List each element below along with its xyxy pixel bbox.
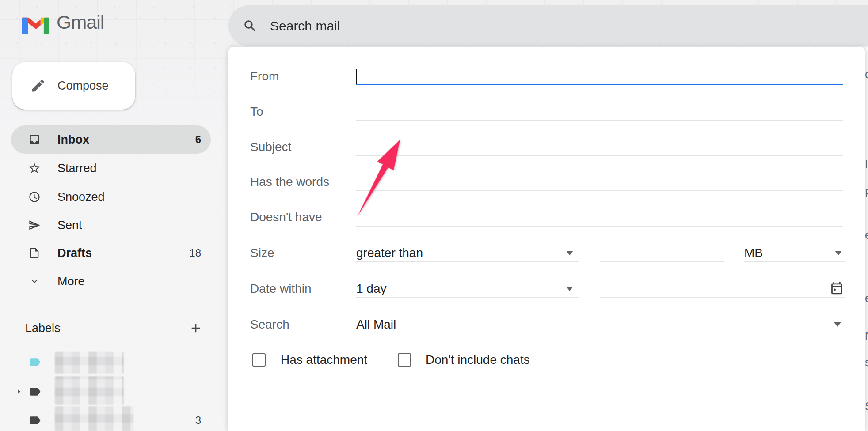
sidebar-item-more[interactable]: More [11, 267, 211, 295]
gmail-logo-icon[interactable] [22, 13, 49, 34]
advanced-search-panel: From To Subject Has the words Doesn't ha… [228, 47, 865, 431]
create-label-button[interactable] [188, 321, 204, 336]
dropdown-arrow-icon [835, 251, 842, 255]
compose-label: Compose [57, 79, 109, 93]
calendar-icon[interactable] [830, 281, 844, 297]
sidebar-item-sent[interactable]: Sent [11, 211, 211, 239]
date-range-value: 1 day [356, 282, 387, 296]
underlying-page-edge: c I F e e N s S [865, 47, 868, 431]
from-input[interactable] [358, 68, 842, 84]
size-amount-underline [600, 261, 724, 262]
size-unit-underline [744, 261, 845, 262]
label-count-badge: 3 [195, 414, 201, 427]
redacted-label-name [55, 406, 133, 431]
from-label: From [250, 69, 279, 83]
sidebar-item-drafts[interactable]: Drafts 18 [11, 239, 211, 267]
doesnt-have-label: Doesn't have [250, 210, 322, 224]
sidebar-item-snoozed[interactable]: Snoozed [11, 183, 211, 211]
star-icon [28, 162, 41, 174]
compose-button[interactable]: Compose [12, 62, 135, 110]
clipped-text-fragment: I [865, 158, 868, 171]
date-range-underline [356, 297, 579, 298]
plus-icon [189, 330, 203, 336]
size-label: Size [250, 246, 274, 260]
sidebar-item-label: Starred [57, 162, 201, 175]
drafts-count-badge: 18 [189, 247, 201, 259]
chevron-down-icon [28, 275, 41, 287]
from-underline-focused [356, 84, 843, 85]
unread-count-badge: 6 [195, 133, 201, 146]
label-tag-icon [28, 414, 42, 427]
clipped-text-fragment: N [865, 329, 868, 342]
doesnt-have-input[interactable] [358, 209, 842, 225]
draft-icon [28, 247, 41, 259]
label-tag-icon [28, 385, 42, 398]
subject-input[interactable] [358, 139, 842, 155]
dropdown-arrow-icon [566, 251, 573, 255]
to-underline [356, 120, 843, 121]
size-operator-value: greater than [356, 246, 423, 260]
dropdown-arrow-icon [834, 322, 841, 327]
inbox-icon [28, 133, 41, 146]
sidebar-item-label: Sent [57, 219, 201, 232]
send-icon [28, 219, 41, 231]
has-words-underline [356, 190, 843, 191]
subject-label: Subject [250, 140, 291, 154]
date-input[interactable] [602, 280, 823, 296]
has-attachment-checkbox[interactable] [252, 353, 266, 367]
label-tag-icon [28, 355, 42, 369]
to-input[interactable] [358, 103, 842, 119]
clipped-text-fragment: S [865, 400, 868, 413]
clipped-text-fragment: F [865, 187, 868, 200]
gmail-advanced-search-screen: Gmail Compose Inbox 6 Starred Snoozed [0, 0, 868, 431]
clipped-text-fragment: c [865, 68, 868, 81]
clock-icon [28, 191, 41, 203]
subject-underline [356, 155, 843, 156]
has-words-label: Has the words [250, 175, 329, 189]
expand-arrow-icon[interactable] [14, 387, 24, 397]
size-unit-value: MB [744, 246, 763, 260]
redacted-label-name [55, 376, 124, 405]
sidebar-item-label: Snoozed [57, 190, 201, 204]
clipped-text-fragment: e [865, 229, 868, 242]
redacted-label-name [55, 352, 124, 374]
pencil-icon [30, 78, 46, 94]
search-icon[interactable] [243, 19, 258, 34]
sidebar-item-label: Inbox [57, 133, 195, 147]
date-within-label: Date within [250, 282, 312, 296]
size-operator-underline [356, 261, 579, 262]
dont-include-chats-checkbox[interactable] [398, 353, 411, 367]
dropdown-arrow-icon [566, 287, 573, 291]
clipped-text-fragment: s [865, 356, 868, 369]
search-input[interactable] [269, 18, 669, 34]
has-attachment-label: Has attachment [281, 353, 367, 367]
size-amount-input[interactable] [602, 245, 721, 261]
date-underline [600, 297, 845, 298]
gmail-wordmark: Gmail [57, 11, 104, 33]
clipped-text-fragment: e [865, 292, 868, 305]
search-scope-underline [356, 333, 845, 333]
sidebar-item-inbox[interactable]: Inbox 6 [11, 125, 211, 154]
has-words-input[interactable] [358, 174, 842, 189]
text-cursor [356, 69, 357, 84]
labels-heading: Labels [25, 321, 61, 335]
sidebar-item-label: Drafts [57, 246, 189, 260]
to-label: To [250, 105, 263, 119]
search-scope-value: All Mail [356, 318, 396, 332]
sidebar-item-label: More [57, 275, 201, 288]
sidebar-item-starred[interactable]: Starred [11, 154, 211, 182]
dont-include-chats-label: Don't include chats [426, 353, 530, 367]
search-bar[interactable] [228, 5, 868, 46]
doesnt-have-underline [356, 226, 843, 227]
search-scope-label: Search [250, 318, 289, 332]
